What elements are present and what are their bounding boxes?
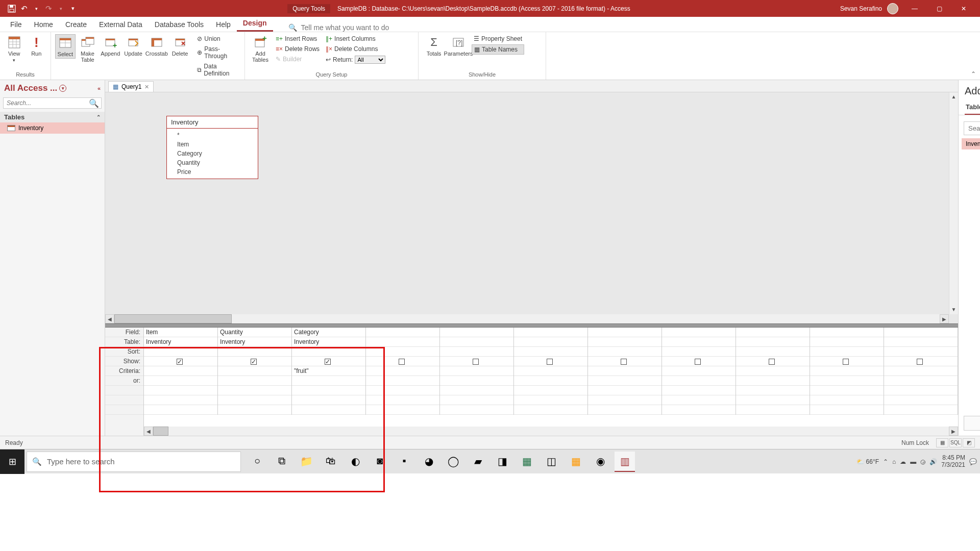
qbe-cell[interactable] (440, 386, 513, 395)
app-icon-1[interactable]: ▰ (468, 452, 488, 472)
tab-home[interactable]: Home (28, 17, 59, 32)
taskbar-clock[interactable]: 8:45 PM 7/3/2021 (941, 455, 965, 468)
tab-design[interactable]: Design (237, 16, 273, 32)
doc-tab-query1[interactable]: ▦ Query1 ✕ (108, 81, 154, 92)
qbe-cell[interactable] (736, 395, 810, 405)
show-checkbox[interactable] (769, 359, 775, 365)
qbe-cell[interactable]: Inventory (144, 337, 217, 347)
qbe-cell[interactable] (144, 357, 217, 366)
table-inventory-box[interactable]: Inventory * Item Category Quantity Price (166, 116, 258, 179)
redo-dropdown-icon[interactable]: ▾ (56, 4, 65, 13)
qbe-cell[interactable] (662, 328, 736, 337)
app-icon-3[interactable]: ◫ (541, 452, 561, 472)
qbe-cell[interactable] (662, 386, 736, 395)
qbe-cell[interactable] (588, 337, 662, 347)
add-selected-tables-button[interactable]: Add Selected Tables (964, 416, 980, 431)
qbe-column[interactable] (514, 328, 588, 415)
run-button[interactable]: ! Run (27, 34, 47, 58)
qbe-cell[interactable] (440, 366, 513, 376)
qbe-cell[interactable] (366, 337, 439, 347)
user-name[interactable]: Sevan Serafino (840, 5, 882, 12)
nav-dropdown-icon[interactable]: ▾ (59, 85, 66, 92)
addpane-tab-tables[interactable]: Tables (965, 100, 980, 115)
close-button[interactable]: ✕ (952, 0, 975, 17)
show-checkbox[interactable] (473, 359, 479, 365)
show-checkbox[interactable] (547, 359, 553, 365)
nav-tables-header[interactable]: Tables ⌃ (0, 112, 105, 122)
qbe-cell[interactable] (514, 337, 587, 347)
nav-search-input[interactable] (4, 98, 87, 108)
show-checkbox[interactable] (695, 359, 701, 365)
maximize-button[interactable]: ▢ (928, 0, 950, 17)
qbe-cell[interactable] (440, 405, 513, 415)
view-button[interactable]: View ▾ (4, 34, 24, 64)
minimize-button[interactable]: ― (903, 0, 926, 17)
insert-rows-button[interactable]: ≡+Insert Rows (274, 34, 322, 43)
qbe-cell[interactable] (588, 376, 662, 386)
qbe-cell[interactable] (736, 357, 810, 366)
qbe-cell[interactable] (440, 337, 513, 347)
explorer-icon[interactable]: 📁 (296, 452, 316, 472)
qbe-cell[interactable] (736, 386, 810, 395)
qbe-cell[interactable] (884, 328, 958, 337)
qbe-column[interactable] (884, 328, 958, 415)
builder-button[interactable]: ✎Builder (274, 55, 322, 64)
qbe-cell[interactable] (366, 357, 439, 366)
qbe-cell[interactable] (514, 376, 587, 386)
qbe-cell[interactable] (292, 395, 365, 405)
qbe-cell[interactable] (514, 405, 587, 415)
show-checkbox[interactable] (399, 359, 405, 365)
wifi-icon[interactable]: ◶ (920, 458, 925, 465)
qbe-column[interactable] (588, 328, 662, 415)
qbe-cell[interactable] (662, 405, 736, 415)
qbe-cell[interactable] (662, 347, 736, 357)
tell-me-search[interactable]: 🔍 Tell me what you want to do (288, 23, 389, 32)
qbe-cell[interactable] (810, 337, 884, 347)
tab-external-data[interactable]: External Data (93, 17, 149, 32)
make-table-button[interactable]: Make Table (78, 34, 98, 64)
qbe-cell[interactable] (366, 386, 439, 395)
user-avatar[interactable] (887, 3, 898, 14)
qbe-cell[interactable] (514, 328, 587, 337)
qbe-cell[interactable] (218, 347, 291, 357)
show-checkbox[interactable] (843, 359, 849, 365)
steam-icon[interactable]: ◙ (370, 452, 390, 472)
volume-icon[interactable]: 🔊 (929, 458, 937, 465)
query-diagram-pane[interactable]: Inventory * Item Category Quantity Price… (105, 92, 958, 323)
qbe-cell[interactable] (292, 386, 365, 395)
store-icon[interactable]: 🛍 (321, 452, 341, 472)
insert-columns-button[interactable]: ‖+Insert Columns (324, 34, 387, 43)
qbe-cell[interactable] (810, 347, 884, 357)
qbe-cell[interactable] (588, 405, 662, 415)
qbe-cell[interactable] (810, 386, 884, 395)
epic-icon[interactable]: ▪ (394, 452, 414, 472)
qbe-cell[interactable] (588, 357, 662, 366)
taskbar-search[interactable]: 🔍 Type here to search (27, 452, 241, 472)
qbe-cell[interactable] (662, 395, 736, 405)
qbe-cell[interactable] (662, 337, 736, 347)
tab-help[interactable]: Help (210, 17, 237, 32)
close-tab-icon[interactable]: ✕ (144, 84, 149, 90)
qbe-column[interactable]: CategoryInventory"fruit" (292, 328, 366, 415)
qbe-column[interactable] (440, 328, 514, 415)
qbe-hscrollbar[interactable]: ◀▶ (144, 427, 958, 436)
crosstab-button[interactable]: Crosstab (145, 34, 168, 58)
qbe-cell[interactable] (366, 328, 439, 337)
qbe-cell[interactable] (366, 376, 439, 386)
passthrough-button[interactable]: ⊕Pass-Through (195, 44, 240, 61)
field-item[interactable]: Item (167, 140, 258, 149)
discord-icon[interactable]: ◕ (419, 452, 439, 472)
qbe-cell[interactable] (662, 366, 736, 376)
collapse-ribbon-icon[interactable]: ⌃ (971, 70, 976, 78)
field-star[interactable]: * (167, 131, 258, 140)
show-checkbox[interactable] (621, 359, 627, 365)
notifications-icon[interactable]: 💬 (969, 458, 977, 465)
qbe-column[interactable] (366, 328, 440, 415)
addpane-item-inventory[interactable]: Inventory (962, 138, 980, 149)
tab-database-tools[interactable]: Database Tools (149, 17, 210, 32)
datadef-button[interactable]: ⧉Data Definition (195, 62, 240, 78)
qbe-cell[interactable] (514, 347, 587, 357)
nav-collapse-icon[interactable]: « (97, 85, 101, 91)
qbe-cell[interactable] (218, 366, 291, 376)
qbe-cell[interactable] (810, 395, 884, 405)
